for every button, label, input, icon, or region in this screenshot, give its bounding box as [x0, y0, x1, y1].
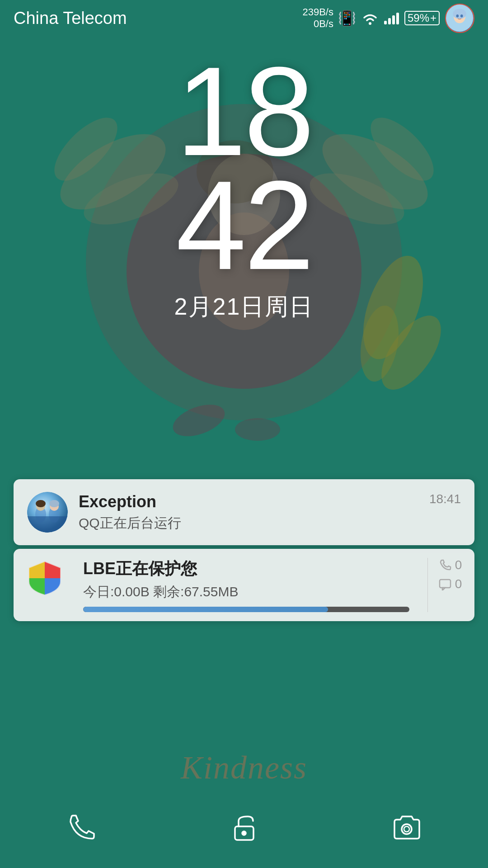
camera-button[interactable] — [389, 809, 425, 845]
notif-exception-body: QQ正在后台运行 — [79, 514, 418, 533]
avatar[interactable] — [445, 4, 474, 33]
svg-rect-29 — [29, 561, 45, 578]
lbe-stats: 0 0 — [427, 558, 464, 612]
svg-point-15 — [235, 418, 280, 441]
bottom-bar — [0, 796, 488, 868]
notification-exception[interactable]: Exception QQ正在后台运行 18:41 — [14, 479, 474, 545]
phone-small-icon — [439, 559, 451, 571]
svg-point-28 — [49, 500, 59, 507]
lbe-progress-fill — [83, 607, 328, 612]
phone-button[interactable] — [63, 809, 99, 845]
notifications-area: Exception QQ正在后台运行 18:41 LBE正在保护您 — [14, 479, 474, 621]
download-speed: 0B/s — [314, 18, 333, 30]
notif-lbe-icon — [24, 558, 65, 599]
status-bar: China Telecom 239B/s 0B/s 📳 — [0, 0, 488, 36]
svg-point-37 — [404, 826, 409, 832]
lbe-call-count: 0 — [455, 558, 462, 572]
battery-percent: 59% — [408, 12, 429, 24]
lbe-message-count: 0 — [455, 577, 462, 591]
message-small-icon — [439, 578, 451, 590]
notif-exception-content: Exception QQ正在后台运行 — [79, 492, 418, 533]
svg-rect-30 — [45, 561, 61, 578]
lbe-body: 今日:0.00B 剩余:67.55MB — [83, 583, 409, 601]
battery-icon: 59% + — [404, 11, 440, 25]
svg-point-35 — [242, 831, 246, 835]
clock-area: 18 42 2月21日周日 — [0, 54, 488, 323]
lbe-shield-icon — [24, 558, 65, 599]
notif-qq-icon — [27, 492, 68, 533]
avatar-image — [446, 5, 474, 32]
kindness-text-area: Kindness — [0, 749, 488, 787]
svg-point-19 — [453, 9, 466, 19]
clock-hours: 18 — [0, 54, 488, 168]
wifi-icon — [361, 11, 379, 25]
svg-point-27 — [36, 500, 46, 507]
status-icons: 📳 59% + — [338, 4, 474, 33]
notif-exception-time: 18:41 — [429, 492, 461, 506]
svg-point-21 — [460, 14, 463, 18]
vibrate-icon: 📳 — [338, 9, 356, 27]
lock-icon — [230, 813, 259, 842]
camera-icon — [392, 813, 422, 842]
unlock-button[interactable] — [226, 809, 262, 845]
phone-icon — [67, 813, 96, 842]
svg-point-16 — [369, 22, 371, 25]
status-right-group: 239B/s 0B/s 📳 59% + — [302, 4, 474, 33]
network-speed: 239B/s 0B/s — [302, 6, 333, 30]
svg-point-22 — [27, 492, 68, 533]
lbe-progress-bar — [83, 607, 409, 612]
carrier-text: China Telecom — [14, 9, 127, 28]
upload-speed: 239B/s — [302, 6, 333, 18]
clock-minutes: 42 — [0, 168, 488, 282]
lbe-messages-stat: 0 — [439, 577, 462, 591]
kindness-label: Kindness — [181, 750, 307, 786]
clock-date: 2月21日周日 — [0, 291, 488, 323]
signal-icon — [384, 12, 399, 24]
lbe-calls-stat: 0 — [439, 558, 462, 572]
notif-exception-title: Exception — [79, 492, 418, 511]
svg-rect-33 — [440, 580, 450, 588]
svg-point-20 — [456, 14, 459, 18]
lbe-notif-content: LBE正在保护您 今日:0.00B 剩余:67.55MB — [76, 558, 417, 612]
lbe-title: LBE正在保护您 — [83, 558, 409, 580]
notification-lbe[interactable]: LBE正在保护您 今日:0.00B 剩余:67.55MB 0 0 — [14, 549, 474, 621]
battery-charging: + — [430, 12, 436, 24]
svg-point-36 — [402, 824, 412, 834]
